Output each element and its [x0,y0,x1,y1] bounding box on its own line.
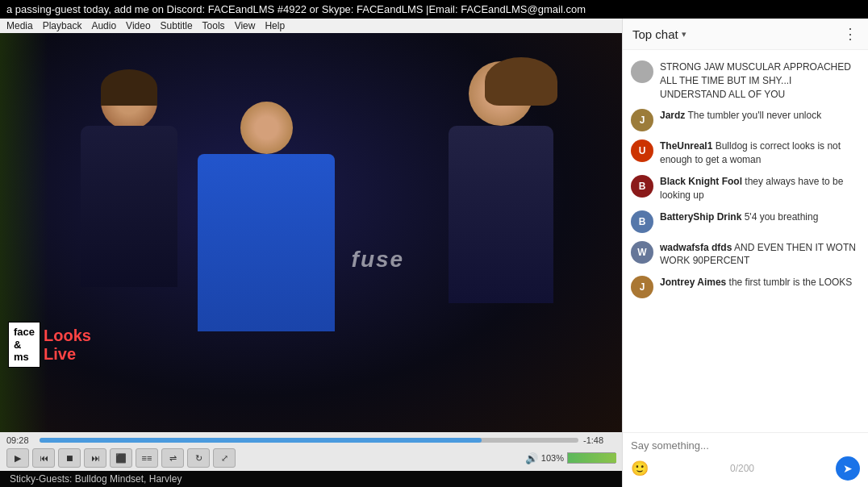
chat-title: Top chat [632,27,678,41]
progress-row: 09:28 -1:48 [6,435,616,445]
chat-message-content: BatteryShip Drink 5'4 you breathing [660,210,818,224]
buttons-row: ▶ ⏮ ⏹ ⏭ ⬛ ≡≡ ⇌ ↻ ⤢ 🔊 103% [6,448,616,468]
chat-sidebar: Top chat ▾ ⋮ STRONG JAW MUSCULAR APPROAC… [622,19,868,487]
avatar: W [631,241,653,264]
avatar: B [631,210,653,233]
emoji-button[interactable]: 🙂 [631,460,649,477]
frame-button[interactable]: ⬛ [110,448,132,468]
repeat-button[interactable]: ↻ [187,448,210,468]
sticky-text: Sticky-Guests: Bulldog Mindset, Harvley [10,473,182,485]
menu-audio[interactable]: Audio [91,20,116,31]
logo-live: Live [44,345,91,364]
bg-decoration [0,33,48,432]
play-button[interactable]: ▶ [6,448,29,468]
menu-tools[interactable]: Tools [202,20,225,31]
progress-fill [40,438,482,443]
volume-section: 🔊 103% [525,452,616,464]
shuffle-button[interactable]: ⇌ [161,448,184,468]
avatar: J [631,276,653,298]
chat-message-content: Black Knight Fool they always have to be… [660,175,860,202]
chat-message: W wadwafsfa dfds AND EVEN THEN IT WOTN W… [623,237,868,273]
menu-playback[interactable]: Playback [43,20,82,31]
chat-dropdown-icon[interactable]: ▾ [682,29,686,40]
controls-bar: 09:28 -1:48 ▶ ⏮ ⏹ ⏭ ⬛ ≡≡ ⇌ ↻ ⤢ 🔊 103% [0,432,622,471]
volume-bar[interactable] [567,452,616,464]
chat-title-area: Top chat ▾ [632,27,686,41]
time-start: 09:28 [6,435,35,445]
fullscreen-button[interactable]: ⤢ [213,448,236,468]
logo-looks: Looks [44,327,91,345]
ticker-bar: a passing-guest today, add me on Discord… [0,0,868,19]
chat-messages[interactable]: STRONG JAW MUSCULAR APPROACHED ALL THE T… [623,50,868,432]
menu-media[interactable]: Media [6,20,33,31]
video-canvas: fuse face & ms Looks Live [0,33,622,432]
chat-input[interactable] [631,439,860,452]
progress-track[interactable] [40,438,578,443]
chat-message-content: STRONG JAW MUSCULAR APPROACHED ALL THE T… [660,60,860,101]
menu-help[interactable]: Help [265,20,285,31]
chat-username: Jontrey Aimes [660,277,726,288]
next-button[interactable]: ⏭ [84,448,106,468]
chat-message: J Jardz The tumbler you'll never unlock [623,105,868,135]
chat-username: TheUnreal1 [660,140,712,152]
chat-input-bottom: 🙂 0/200 ➤ [631,456,860,481]
video-area: Media Playback Audio Video Subtitle Tool… [0,19,622,487]
chat-username: Jardz [660,110,685,121]
volume-icon[interactable]: 🔊 [525,452,538,464]
chat-input-area: 🙂 0/200 ➤ [623,432,868,487]
menu-view[interactable]: View [235,20,256,31]
chat-message: B Black Knight Fool they always have to … [623,171,868,206]
chat-message: STRONG JAW MUSCULAR APPROACHED ALL THE T… [623,56,868,105]
logo-box: face & ms [8,322,40,368]
chat-header: Top chat ▾ ⋮ [623,19,868,50]
chat-message-content: Jardz The tumbler you'll never unlock [660,109,821,123]
sticky-bar: Sticky-Guests: Bulldog Mindset, Harvley [0,471,622,487]
prev-button[interactable]: ⏮ [32,448,55,468]
equalizer-button[interactable]: ≡≡ [136,448,158,468]
chat-username: wadwafsfa dfds [660,242,732,253]
chat-message-content: Jontrey Aimes the first tumblr is the LO… [660,276,852,289]
volume-fill [568,453,616,463]
vlc-menubar: Media Playback Audio Video Subtitle Tool… [0,19,622,33]
menu-subtitle[interactable]: Subtitle [161,20,193,31]
send-button[interactable]: ➤ [836,456,860,481]
ticker-text: a passing-guest today, add me on Discord… [6,3,586,15]
avatar: B [631,175,653,198]
char-count: 0/200 [730,463,754,474]
avatar: J [631,109,653,131]
menu-video[interactable]: Video [126,20,150,31]
logo-area: face & ms Looks Live [8,322,91,368]
chat-message-content: wadwafsfa dfds AND EVEN THEN IT WOTN WOR… [660,241,860,268]
chat-username: Black Knight Fool [660,176,742,187]
logo-text: Looks Live [44,327,91,364]
chat-message: B BatteryShip Drink 5'4 you breathing [623,206,868,237]
chat-username: BatteryShip Drink [660,211,741,223]
time-end: -1:48 [583,435,616,445]
chat-message-content: TheUnreal1 Bulldog is correct looks is n… [660,139,860,167]
chat-message: J Jontrey Aimes the first tumblr is the … [623,272,868,302]
avatar [631,60,653,83]
avatar: U [631,139,653,162]
stop-button[interactable]: ⏹ [58,448,81,468]
video-scene: fuse [0,33,622,432]
fuse-watermark: fuse [352,247,405,273]
main-area: Media Playback Audio Video Subtitle Tool… [0,19,868,487]
chat-more-icon[interactable]: ⋮ [843,25,858,43]
volume-percent: 103% [541,453,564,463]
chat-message: U TheUnreal1 Bulldog is correct looks is… [623,135,868,171]
